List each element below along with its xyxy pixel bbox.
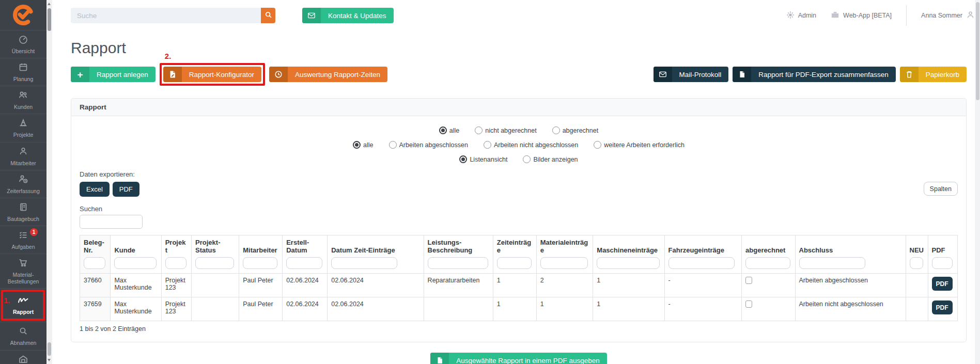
webapp-menu[interactable]: Web-App [BETA] (831, 11, 892, 20)
sidebar-item-projekte[interactable]: Projekte (0, 114, 46, 141)
table-search-input[interactable] (80, 215, 143, 229)
col-kunde[interactable]: Kunde (111, 235, 161, 274)
filter-erstell-datum[interactable] (286, 257, 322, 269)
kontakt-updates-label: Kontakt & Updates (321, 8, 394, 23)
filter-abgerechnet[interactable] (745, 257, 790, 269)
sidebar-item-bautagebuch[interactable]: Bautagebuch (0, 198, 46, 226)
page-scrollbar-thumb[interactable] (976, 2, 979, 100)
radio-arbeiten-nicht-abgeschlossen[interactable]: Arbeiten nicht abgeschlossen (484, 141, 578, 149)
topbar-divider (906, 5, 907, 26)
col-projekt[interactable]: Projekt (161, 235, 191, 274)
radio-arbeiten-abgeschlossen[interactable]: Arbeiten abgeschlossen (389, 141, 468, 149)
sidebar-item-uebersicht[interactable]: Übersicht (0, 30, 46, 58)
filter-beleg-nr[interactable] (84, 257, 105, 269)
row-pdf-button[interactable]: PDF (932, 277, 953, 291)
sidebar-item-kunden[interactable]: Kunden (0, 86, 46, 114)
page-scrollbar[interactable] (975, 0, 980, 364)
sidebar-item-label: Material-Bestellungen (1, 272, 45, 285)
filter-row-arbeiten: alle Arbeiten abgeschlossen Arbeiten nic… (80, 141, 958, 149)
sidebar-item-label: Zeiterfassung (1, 188, 45, 195)
filter-mitarbeiter[interactable] (243, 257, 277, 269)
filter-zeiteintraege[interactable] (497, 257, 532, 269)
filter-materialeintraege[interactable] (540, 257, 588, 269)
pdf-export-zusammenfassen-button[interactable]: Rapport für PDF-Export zusammenfassen (733, 67, 895, 82)
radio-dot (353, 141, 361, 149)
calendar-icon (18, 65, 28, 74)
app-logo-icon[interactable] (0, 0, 46, 30)
radio-abgerechnet[interactable]: abgerechnet (552, 126, 599, 134)
radio-bilder-anzeigen[interactable]: Bilder anzeigen (523, 155, 578, 163)
radio-weitere-arbeiten[interactable]: weitere Arbeiten erforderlich (594, 141, 685, 149)
abgerechnet-checkbox[interactable] (745, 300, 752, 308)
table-info: 1 bis 2 von 2 Einträgen (80, 325, 958, 333)
sidebar-item-aufgaben[interactable]: 1 Aufgaben (0, 226, 46, 254)
ausgewaehlte-rapport-pdf-button[interactable]: Ausgewählte Rapport in einem PDF ausgebe… (430, 353, 607, 364)
sidebar-item-lagerverwaltung[interactable]: Lager-verwaltung (0, 350, 46, 364)
col-zeiteintraege[interactable]: Zeiteinträge (493, 235, 536, 274)
filter-projekt[interactable] (165, 257, 186, 269)
kontakt-updates-button[interactable]: Kontakt & Updates (302, 8, 394, 23)
export-excel-button[interactable]: Excel (80, 182, 110, 197)
radio-alle-2[interactable]: alle (353, 141, 373, 149)
col-leistung[interactable]: Leistungs-Beschreibung (424, 235, 493, 274)
col-beleg-nr[interactable]: Beleg-Nr. (80, 235, 111, 274)
admin-label: Admin (798, 12, 816, 19)
abgerechnet-checkbox[interactable] (745, 277, 752, 284)
col-fahrzeugeintraege[interactable]: Fahrzeugeinträge (664, 235, 742, 274)
rapport-anlegen-button[interactable]: + Rapport anlegen (71, 67, 155, 82)
col-abschluss[interactable]: Abschluss (795, 235, 906, 274)
col-erstell-datum[interactable]: Erstell-Datum (283, 235, 328, 274)
scrollbar-thumb[interactable] (48, 8, 51, 31)
admin-menu[interactable]: Admin (786, 11, 816, 21)
filter-projekt-status[interactable] (195, 257, 234, 269)
scrollbar-thumb-lower[interactable] (48, 342, 51, 356)
radio-nicht-abgerechnet[interactable]: nicht abgerechnet (475, 126, 536, 134)
filter-pdf[interactable] (932, 257, 953, 269)
table-row[interactable]: 37659 Max Musterkunde Projekt 123 Paul P… (80, 297, 958, 321)
sidebar-item-abnahmen[interactable]: Abnahmen (0, 322, 46, 350)
col-neu[interactable]: NEU (906, 235, 928, 274)
document-edit-icon (163, 67, 182, 82)
panel-header: Rapport (71, 99, 966, 116)
sidebar-item-label: Bautagebuch (1, 216, 45, 223)
sidebar-scrollbar[interactable] (46, 0, 52, 364)
gauge-icon (18, 37, 28, 46)
scroll-up-icon[interactable] (48, 3, 51, 5)
spalten-button[interactable]: Spalten (924, 182, 958, 196)
rapport-konfigurator-button[interactable]: Rapport-Konfigurator (163, 67, 261, 82)
filter-maschineneintraege[interactable] (597, 257, 659, 269)
filter-datum-zeit[interactable] (331, 257, 397, 269)
row-pdf-button[interactable]: PDF (932, 300, 953, 314)
col-maschineneintraege[interactable]: Maschineneinträge (593, 235, 664, 274)
sidebar-item-label: Aufgaben (1, 244, 45, 250)
sidebar-item-material-bestellungen[interactable]: Material-Bestellungen (0, 254, 46, 288)
filter-leistung[interactable] (428, 257, 488, 269)
filter-fahrzeugeintraege[interactable] (668, 257, 735, 269)
filter-abschluss[interactable] (799, 257, 865, 269)
col-mitarbeiter[interactable]: Mitarbeiter (239, 235, 283, 274)
filter-neu[interactable] (910, 257, 923, 269)
sidebar-item-zeiterfassung[interactable]: Zeiterfassung (0, 170, 46, 198)
col-projekt-status[interactable]: Projekt-Status (192, 235, 239, 274)
sidebar-item-mitarbeiter[interactable]: Mitarbeiter (0, 142, 46, 170)
col-abgerechnet[interactable]: abgerechnet (742, 235, 795, 274)
col-pdf[interactable]: PDF (928, 235, 957, 274)
filter-kunde[interactable] (114, 257, 156, 269)
search-button[interactable] (261, 8, 275, 23)
export-pdf-button[interactable]: PDF (113, 182, 139, 197)
search-input[interactable] (71, 8, 261, 23)
user-menu[interactable]: Anna Sommer (921, 10, 975, 21)
radio-dot (459, 155, 467, 163)
mail-protokoll-button[interactable]: Mail-Protokoll (654, 67, 729, 82)
papierkorb-button[interactable]: Papierkorb (900, 67, 967, 82)
auswertung-rapport-zeiten-button[interactable]: Auswertung Rapport-Zeiten (269, 67, 387, 82)
col-materialeintraege[interactable]: Materialeinträge (536, 235, 593, 274)
sidebar-item-rapport[interactable]: 1. Rapport (0, 288, 46, 322)
scroll-down-icon[interactable] (48, 359, 51, 361)
radio-alle-1[interactable]: alle (439, 126, 459, 134)
sidebar-item-planung[interactable]: Planung (0, 58, 46, 86)
col-datum-zeit[interactable]: Datum Zeit-Einträge (328, 235, 424, 274)
table-row[interactable]: 37660 Max Musterkunde Projekt 123 Paul P… (80, 274, 958, 297)
radio-listenansicht[interactable]: Listenansicht (459, 155, 507, 163)
book-icon (18, 205, 28, 214)
